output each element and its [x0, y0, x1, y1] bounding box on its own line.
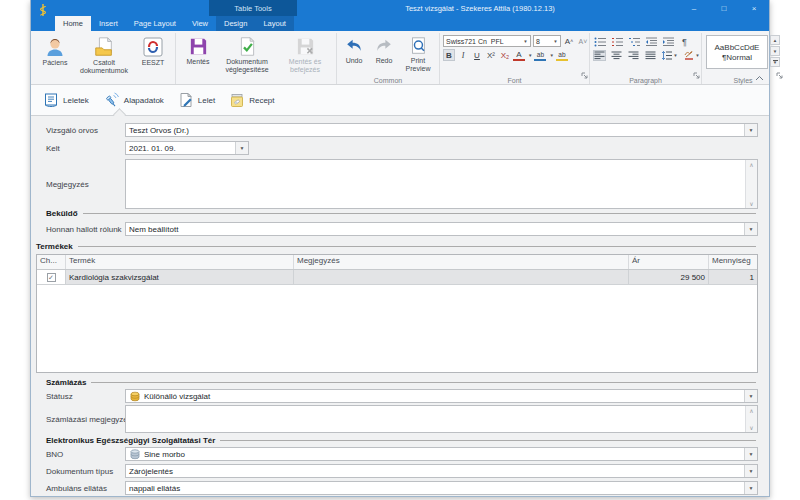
- findings-list-icon: [43, 92, 59, 108]
- paragraph-dialog-launcher-icon[interactable]: [693, 65, 700, 83]
- ambulans-ellatas-combo[interactable]: nappali ellátás ▼: [125, 481, 758, 495]
- collapse-ribbon-icon[interactable]: [755, 75, 764, 82]
- tab-view[interactable]: View: [184, 16, 216, 31]
- dokumentum-tipus-combo[interactable]: Zárójelentés ▼: [125, 464, 758, 478]
- style-scroll-down-icon[interactable]: ▼: [770, 46, 780, 56]
- dropdown-icon[interactable]: ▼: [744, 124, 757, 136]
- undo-button[interactable]: Undo: [339, 34, 369, 65]
- styles-dialog-launcher-icon[interactable]: [776, 65, 783, 83]
- bold-button[interactable]: B: [443, 49, 455, 61]
- style-gallery-scroll: ▲ ▼ ▼: [770, 35, 780, 67]
- col-mennyiseg[interactable]: Mennyiség: [709, 255, 757, 269]
- decrease-indent-icon[interactable]: [644, 36, 657, 47]
- row-checkbox[interactable]: ✓: [47, 273, 56, 282]
- table-row[interactable]: ✓ Kardiológia szakvizsgálat 29 500 1: [37, 270, 757, 285]
- megjegyzes-textarea[interactable]: ∧ ∨: [125, 159, 758, 209]
- col-megjegyzes[interactable]: Megjegyzés: [294, 255, 629, 269]
- scroll-up-icon[interactable]: ∧: [749, 407, 753, 414]
- show-paragraph-marks-icon[interactable]: ¶: [678, 36, 691, 47]
- undo-icon: [344, 36, 364, 56]
- finding-document-icon: [178, 92, 194, 108]
- dropdown-icon[interactable]: ▼: [549, 53, 553, 58]
- dropdown-icon[interactable]: ▼: [551, 39, 560, 44]
- eeszt-button[interactable]: EESZT: [133, 34, 173, 67]
- statusz-label: Státusz: [46, 392, 73, 401]
- dropdown-icon[interactable]: ▼: [744, 448, 757, 460]
- style-gallery-item[interactable]: AaBbCcDdE ¶Normal: [706, 35, 768, 69]
- tab-insert[interactable]: Insert: [91, 16, 126, 31]
- dropdown-icon[interactable]: ▼: [744, 223, 757, 235]
- increase-indent-icon[interactable]: [661, 36, 674, 47]
- font-size-combo[interactable]: 8 ▼: [533, 35, 561, 47]
- scrollbar[interactable]: ∧ ∨: [745, 160, 757, 208]
- col-termek[interactable]: Termék: [66, 255, 294, 269]
- multilevel-list-icon[interactable]: [627, 36, 640, 47]
- statusz-combo[interactable]: Különálló vizsgálat ▼: [125, 389, 758, 403]
- dokumentum-veglegesitese-button[interactable]: Dokumentum véglegesítése: [218, 34, 276, 74]
- dropdown-icon[interactable]: ▼: [744, 390, 757, 402]
- szamlazasi-megjegyzes-label: Számlázási megjegyzés: [46, 415, 132, 424]
- dropdown-icon[interactable]: ▼: [744, 482, 757, 494]
- toolbar-item-lelet[interactable]: Lelet: [178, 85, 215, 115]
- szamlazas-section-header: Számlázás: [46, 378, 756, 387]
- patient-icon: [44, 36, 66, 58]
- font-dialog-launcher-icon[interactable]: [581, 65, 588, 83]
- dropdown-icon[interactable]: ▼: [521, 39, 530, 44]
- dropdown-icon[interactable]: ▼: [744, 465, 757, 477]
- redo-button: Redo: [369, 34, 399, 65]
- eeszt-icon: [142, 36, 164, 58]
- bno-combo[interactable]: Sine morbo ▼: [125, 447, 758, 461]
- col-check[interactable]: Ch...: [37, 255, 66, 269]
- vizsgalo-orvos-label: Vizsgáló orvos: [46, 126, 98, 135]
- maximize-button[interactable]: □: [709, 0, 739, 16]
- tab-design[interactable]: Design: [216, 16, 255, 31]
- text-shading-button[interactable]: ab: [556, 49, 568, 61]
- font-name-combo[interactable]: Swiss721 Cn_PFL ▼: [443, 35, 531, 47]
- align-left-icon[interactable]: [593, 50, 606, 61]
- font-color-button[interactable]: A: [513, 49, 525, 61]
- toolbar-item-leletek[interactable]: Leletek: [43, 85, 89, 115]
- dropdown-icon[interactable]: ▼: [528, 53, 532, 58]
- szamlazasi-megjegyzes-textarea[interactable]: ∧ ∨: [125, 405, 758, 433]
- italic-button[interactable]: I: [457, 49, 469, 61]
- tab-page-layout[interactable]: Page Layout: [126, 16, 184, 31]
- tab-home[interactable]: Home: [55, 16, 91, 31]
- align-center-icon[interactable]: [610, 50, 623, 61]
- minimize-button[interactable]: –: [679, 0, 709, 16]
- subscript-button[interactable]: X₂: [499, 49, 511, 61]
- numbered-list-icon[interactable]: [610, 36, 623, 47]
- vizsgalo-orvos-combo[interactable]: Teszt Orvos (Dr.) ▼: [125, 123, 758, 137]
- scrollbar[interactable]: ∧ ∨: [745, 406, 757, 432]
- scroll-up-icon[interactable]: ∧: [749, 161, 753, 168]
- bullet-list-icon[interactable]: [593, 36, 606, 47]
- style-scroll-up-icon[interactable]: ▲: [770, 35, 780, 45]
- superscript-button[interactable]: X²: [485, 49, 497, 61]
- dropdown-icon[interactable]: ▼: [235, 142, 248, 154]
- kelt-date-combo[interactable]: 2021. 01. 09. ▼: [125, 141, 249, 155]
- justify-icon[interactable]: [644, 50, 657, 61]
- group-label-font: Font: [440, 77, 589, 84]
- tab-layout[interactable]: Layout: [255, 16, 294, 31]
- col-ar[interactable]: Ár: [629, 255, 709, 269]
- shrink-font-button[interactable]: A˅: [577, 35, 589, 47]
- line-spacing-icon[interactable]: ▼: [661, 50, 679, 61]
- align-right-icon[interactable]: [627, 50, 640, 61]
- window-title: Teszt vizsgálat - Szekeres Attila (1980.…: [311, 0, 649, 16]
- mentes-button[interactable]: Mentés: [178, 34, 218, 66]
- highlight-button[interactable]: ab: [534, 49, 546, 61]
- scroll-down-icon[interactable]: ∨: [749, 200, 753, 207]
- grow-font-button[interactable]: A˄: [563, 35, 575, 47]
- csatolt-dokumentumok-button[interactable]: Csatolt dokumentumok: [75, 34, 133, 75]
- ribbon-group-styles: AaBbCcDdE ¶Normal ▲ ▼ ▼ Styles: [701, 33, 784, 84]
- honnan-hallott-combo[interactable]: Nem beállított ▼: [125, 222, 758, 236]
- dokumentum-tipus-label: Dokumentum típus: [46, 467, 113, 476]
- borders-shading-icon[interactable]: ▼: [683, 50, 701, 61]
- toolbar-item-recept[interactable]: Recept: [229, 85, 274, 115]
- scroll-down-icon[interactable]: ∨: [749, 424, 753, 431]
- print-preview-button[interactable]: Print Preview: [399, 34, 437, 73]
- underline-button[interactable]: U: [471, 49, 483, 61]
- toolbar-item-alapadatok[interactable]: Alapadatok: [103, 85, 164, 115]
- close-button[interactable]: ×: [739, 0, 769, 16]
- paciens-button[interactable]: Páciens: [35, 34, 75, 67]
- group-label-styles: Styles: [702, 77, 784, 84]
